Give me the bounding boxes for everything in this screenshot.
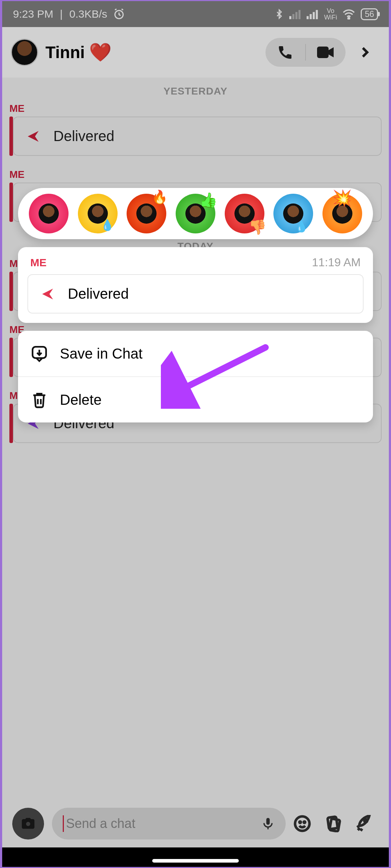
sender-label: ME bbox=[2, 167, 389, 183]
gallery-button[interactable] bbox=[325, 815, 348, 832]
delete-label: Delete bbox=[60, 392, 102, 408]
sticker-button[interactable] bbox=[294, 815, 317, 832]
svg-rect-1 bbox=[289, 16, 291, 19]
svg-rect-3 bbox=[295, 12, 298, 19]
signal-2-icon bbox=[307, 9, 319, 19]
svg-rect-13 bbox=[266, 818, 270, 825]
svg-rect-4 bbox=[299, 10, 301, 19]
svg-rect-5 bbox=[307, 16, 309, 19]
selected-sender-label: ME bbox=[30, 257, 47, 269]
reaction-fire[interactable] bbox=[127, 194, 166, 233]
camera-button[interactable] bbox=[12, 808, 44, 839]
composer-bar: Send a chat bbox=[2, 802, 389, 845]
svg-point-9 bbox=[348, 18, 350, 19]
reaction-mind-blown[interactable] bbox=[322, 194, 362, 233]
message-status: Delivered bbox=[53, 128, 114, 144]
sent-snap-icon bbox=[26, 129, 40, 144]
contact-avatar[interactable] bbox=[11, 39, 38, 66]
contact-name[interactable]: Tinni ❤️ bbox=[45, 42, 258, 63]
signal-1-icon bbox=[289, 9, 302, 19]
save-in-chat-label: Save in Chat bbox=[60, 346, 142, 362]
sent-snap-icon bbox=[40, 287, 55, 301]
svg-rect-6 bbox=[310, 14, 312, 19]
svg-rect-2 bbox=[293, 14, 295, 19]
status-bar: 9:23 PM | 0.3KB/s Vo WiFi bbox=[2, 1, 389, 27]
selected-message-card: ME 11:19 AM Delivered bbox=[18, 247, 373, 323]
svg-rect-10 bbox=[317, 47, 329, 58]
alarm-icon bbox=[113, 8, 125, 20]
rocket-button[interactable] bbox=[356, 815, 379, 832]
svg-point-12 bbox=[26, 821, 30, 826]
message-row[interactable]: Delivered bbox=[2, 117, 389, 167]
selected-timestamp: 11:19 AM bbox=[312, 256, 361, 269]
reaction-heart[interactable] bbox=[29, 194, 69, 233]
bluetooth-icon bbox=[274, 8, 284, 20]
reaction-sad[interactable] bbox=[273, 194, 313, 233]
reaction-laugh[interactable] bbox=[78, 194, 118, 233]
save-in-chat-button[interactable]: Save in Chat bbox=[18, 331, 373, 376]
gesture-handle[interactable] bbox=[152, 859, 239, 863]
svg-rect-8 bbox=[316, 10, 318, 19]
vowifi-indicator: Vo WiFi bbox=[324, 8, 337, 21]
svg-point-14 bbox=[295, 816, 309, 831]
chat-input[interactable]: Send a chat bbox=[52, 808, 286, 839]
trash-icon bbox=[30, 391, 48, 409]
chat-header: Tinni ❤️ bbox=[2, 27, 389, 78]
call-pill bbox=[265, 38, 346, 67]
svg-point-15 bbox=[299, 821, 301, 823]
svg-point-16 bbox=[304, 821, 305, 823]
heart-icon: ❤️ bbox=[89, 42, 111, 63]
reaction-thumbs-down[interactable] bbox=[225, 194, 264, 233]
battery-indicator: 56 bbox=[361, 8, 378, 20]
chat-details-button[interactable] bbox=[359, 44, 380, 61]
reaction-thumbs-up[interactable] bbox=[176, 194, 215, 233]
voice-call-button[interactable] bbox=[265, 38, 305, 67]
microphone-icon[interactable] bbox=[261, 815, 275, 832]
chat-input-placeholder: Send a chat bbox=[66, 816, 261, 831]
svg-rect-7 bbox=[313, 12, 315, 19]
sender-label: ME bbox=[2, 101, 389, 117]
video-call-button[interactable] bbox=[306, 38, 346, 67]
status-net-speed: 0.3KB/s bbox=[69, 8, 107, 20]
context-menu: Save in Chat Delete bbox=[18, 331, 373, 422]
wifi-icon bbox=[342, 9, 356, 19]
selected-status: Delivered bbox=[68, 286, 129, 302]
delete-button[interactable]: Delete bbox=[18, 376, 373, 422]
save-icon bbox=[30, 345, 48, 363]
date-separator-yesterday: YESTERDAY bbox=[2, 78, 389, 101]
reaction-bar bbox=[18, 188, 373, 239]
status-time: 9:23 PM bbox=[13, 8, 53, 20]
